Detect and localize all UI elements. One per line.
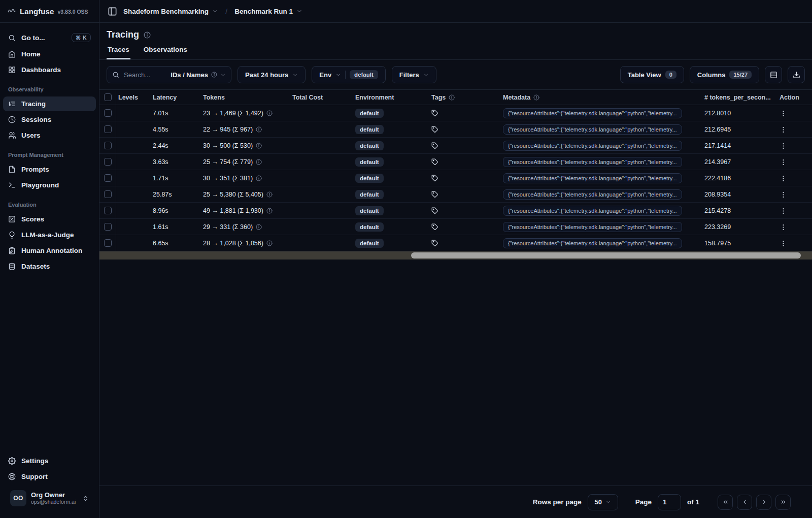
table-row[interactable]: 3.63s 25 → 754 (Σ 779) default {"resourc… bbox=[99, 154, 812, 170]
table-row[interactable]: 6.65s 28 → 1,028 (Σ 1,056) default {"res… bbox=[99, 235, 812, 251]
sidebar-item-users[interactable]: Users bbox=[3, 128, 96, 143]
sidebar-item-settings[interactable]: Settings bbox=[3, 454, 96, 468]
info-icon[interactable] bbox=[256, 224, 262, 230]
row-actions-button[interactable] bbox=[780, 190, 787, 199]
info-icon[interactable] bbox=[144, 31, 151, 39]
table-row[interactable]: 7.01s 23 → 1,469 (Σ 1,492) default {"res… bbox=[99, 105, 812, 121]
page-number-input[interactable] bbox=[658, 494, 681, 510]
info-icon[interactable] bbox=[266, 191, 273, 198]
sidebar-toggle-icon[interactable] bbox=[108, 7, 117, 16]
info-icon[interactable] bbox=[256, 143, 262, 149]
sidebar-item-goto[interactable]: Go to... ⌘ K bbox=[3, 29, 96, 46]
export-button[interactable] bbox=[788, 66, 805, 83]
row-checkbox[interactable] bbox=[104, 223, 112, 231]
metadata-pill[interactable]: {"resourceAttributes":{"telemetry.sdk.la… bbox=[503, 189, 682, 200]
row-checkbox[interactable] bbox=[104, 174, 112, 182]
tag-icon[interactable] bbox=[431, 191, 438, 198]
row-checkbox[interactable] bbox=[104, 109, 112, 117]
sidebar-item-human-annotation[interactable]: Human Annotation bbox=[3, 243, 96, 258]
first-page-button[interactable] bbox=[718, 495, 733, 510]
row-checkbox[interactable] bbox=[104, 190, 112, 198]
table-row[interactable]: 1.71s 30 → 351 (Σ 381) default {"resourc… bbox=[99, 170, 812, 186]
table-row[interactable]: 1.61s 29 → 331 (Σ 360) default {"resourc… bbox=[99, 219, 812, 235]
search-mode-dropdown[interactable]: IDs / Names bbox=[171, 71, 226, 79]
col-environment: Environment bbox=[350, 90, 426, 105]
metadata-pill[interactable]: {"resourceAttributes":{"telemetry.sdk.la… bbox=[503, 141, 682, 151]
sidebar-item-sessions[interactable]: Sessions bbox=[3, 112, 96, 127]
row-checkbox[interactable] bbox=[104, 125, 112, 133]
tag-icon[interactable] bbox=[431, 207, 438, 214]
tag-icon[interactable] bbox=[431, 158, 438, 166]
info-icon[interactable] bbox=[449, 94, 455, 101]
prev-page-button[interactable] bbox=[737, 495, 752, 510]
row-checkbox[interactable] bbox=[104, 142, 112, 149]
row-actions-button[interactable] bbox=[780, 142, 787, 150]
info-icon[interactable] bbox=[256, 175, 262, 181]
metadata-pill[interactable]: {"resourceAttributes":{"telemetry.sdk.la… bbox=[503, 124, 682, 135]
sidebar-item-scores[interactable]: Scores bbox=[3, 212, 96, 226]
sidebar-item-playground[interactable]: Playground bbox=[3, 178, 96, 192]
time-range-button[interactable]: Past 24 hours bbox=[238, 66, 306, 83]
sidebar-item-tracing[interactable]: Tracing bbox=[3, 96, 96, 111]
breadcrumb-run[interactable]: Benchmark Run 1 bbox=[234, 8, 302, 15]
metadata-pill[interactable]: {"resourceAttributes":{"telemetry.sdk.la… bbox=[503, 157, 682, 167]
info-icon[interactable] bbox=[266, 208, 273, 214]
last-page-button[interactable] bbox=[775, 495, 791, 510]
info-icon[interactable] bbox=[533, 94, 539, 101]
row-actions-button[interactable] bbox=[780, 158, 787, 166]
row-actions-button[interactable] bbox=[780, 223, 787, 231]
scrollbar-thumb[interactable] bbox=[411, 252, 801, 258]
tag-icon[interactable] bbox=[431, 142, 438, 149]
env-filter-button[interactable]: Env default bbox=[312, 66, 386, 83]
table-row[interactable]: 8.96s 49 → 1,881 (Σ 1,930) default {"res… bbox=[99, 203, 812, 219]
next-page-button[interactable] bbox=[756, 495, 771, 510]
sidebar-item-llm-judge[interactable]: LLM-as-a-Judge bbox=[3, 228, 96, 242]
sidebar-item-home[interactable]: Home bbox=[3, 47, 96, 61]
breadcrumb-project[interactable]: Shadeform Benchmarking bbox=[123, 8, 218, 15]
tab-observations[interactable]: Observations bbox=[143, 46, 188, 59]
horizontal-scrollbar[interactable] bbox=[99, 251, 812, 260]
col-total-cost: Total Cost bbox=[287, 90, 350, 105]
sidebar-item-prompts[interactable]: Prompts bbox=[3, 162, 96, 177]
metadata-pill[interactable]: {"resourceAttributes":{"telemetry.sdk.la… bbox=[503, 222, 682, 232]
table-row[interactable]: 2.44s 30 → 500 (Σ 530) default {"resourc… bbox=[99, 138, 812, 154]
filters-button[interactable]: Filters bbox=[392, 66, 436, 83]
row-checkbox[interactable] bbox=[104, 207, 112, 214]
row-actions-button[interactable] bbox=[780, 207, 787, 215]
columns-button[interactable]: Columns 15/27 bbox=[690, 66, 759, 83]
tag-icon[interactable] bbox=[431, 110, 438, 117]
row-actions-button[interactable] bbox=[780, 239, 787, 247]
table-view-button[interactable]: Table View 0 bbox=[620, 66, 684, 83]
sidebar-item-support[interactable]: Support bbox=[3, 469, 96, 484]
sidebar-item-dashboards[interactable]: Dashboards bbox=[3, 62, 96, 77]
sidebar-item-label: Human Annotation bbox=[21, 247, 82, 254]
info-icon[interactable] bbox=[256, 159, 262, 165]
tag-icon[interactable] bbox=[431, 175, 438, 182]
metadata-pill[interactable]: {"resourceAttributes":{"telemetry.sdk.la… bbox=[503, 108, 682, 118]
select-all-checkbox[interactable] bbox=[104, 93, 112, 101]
tag-icon[interactable] bbox=[431, 223, 438, 231]
metadata-pill[interactable]: {"resourceAttributes":{"telemetry.sdk.la… bbox=[503, 238, 682, 248]
row-checkbox[interactable] bbox=[104, 158, 112, 166]
table-row[interactable]: 25.87s 25 → 5,380 (Σ 5,405) default {"re… bbox=[99, 186, 812, 203]
sidebar-item-datasets[interactable]: Datasets bbox=[3, 259, 96, 274]
info-icon[interactable] bbox=[256, 126, 262, 133]
row-height-button[interactable] bbox=[765, 66, 782, 83]
tag-icon[interactable] bbox=[431, 240, 438, 247]
metadata-pill[interactable]: {"resourceAttributes":{"telemetry.sdk.la… bbox=[503, 173, 682, 183]
metadata-pill[interactable]: {"resourceAttributes":{"telemetry.sdk.la… bbox=[503, 206, 682, 216]
rows-per-page-select[interactable]: 50 bbox=[588, 494, 618, 510]
search-input[interactable] bbox=[123, 71, 162, 79]
row-actions-button[interactable] bbox=[780, 174, 787, 182]
latency-value: 1.61s bbox=[153, 223, 168, 231]
tab-traces[interactable]: Traces bbox=[107, 46, 130, 59]
row-actions-button[interactable] bbox=[780, 109, 787, 117]
row-actions-button[interactable] bbox=[780, 125, 787, 134]
row-checkbox[interactable] bbox=[104, 239, 112, 247]
info-icon[interactable] bbox=[266, 110, 273, 116]
col-metadata: Metadata bbox=[495, 90, 698, 105]
info-icon[interactable] bbox=[266, 240, 273, 246]
user-menu[interactable]: OO Org Owner ops@shadeform.ai bbox=[7, 488, 92, 509]
tag-icon[interactable] bbox=[431, 126, 438, 133]
table-row[interactable]: 4.55s 22 → 945 (Σ 967) default {"resourc… bbox=[99, 121, 812, 138]
